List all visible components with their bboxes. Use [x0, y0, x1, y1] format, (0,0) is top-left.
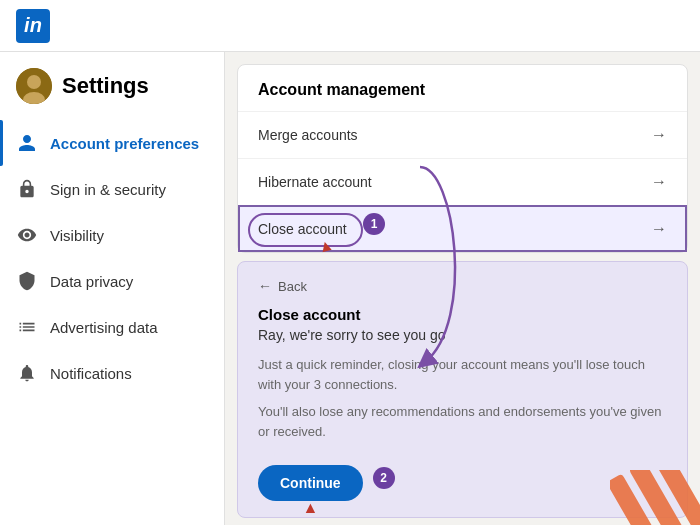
back-arrow-icon: ←: [258, 278, 272, 294]
sidebar-item-notifications[interactable]: Notifications: [0, 350, 224, 396]
main-layout: Settings Account preferences Sign in & s…: [0, 52, 700, 525]
eye-icon: [16, 224, 38, 246]
person-icon: [16, 132, 38, 154]
back-label: Back: [278, 279, 307, 294]
sidebar-item-label: Advertising data: [50, 319, 158, 336]
arrow-right-icon: →: [651, 126, 667, 144]
cursor-icon-1: ▲: [316, 235, 336, 256]
linkedin-logo[interactable]: in: [16, 9, 50, 43]
settings-title: Settings: [62, 73, 149, 99]
avatar: [16, 68, 52, 104]
shield-icon: [16, 270, 38, 292]
close-account-annotation: Close account 1 ▲: [258, 221, 347, 237]
close-account-desc2: You'll also lose any recommendations and…: [258, 402, 667, 441]
annotation-badge-2: 2: [373, 467, 395, 489]
close-account-detail-panel: ← Back Close account Ray, we're sorry to…: [237, 261, 688, 518]
sidebar-item-account-preferences[interactable]: Account preferences: [0, 120, 224, 166]
merge-accounts-label: Merge accounts: [258, 127, 358, 143]
panel-title: Account management: [238, 65, 687, 111]
settings-header: Settings: [0, 68, 224, 120]
annotation-badge-1: 1: [363, 213, 385, 235]
sidebar-item-sign-in-security[interactable]: Sign in & security: [0, 166, 224, 212]
hibernate-account-item[interactable]: Hibernate account →: [238, 158, 687, 205]
arrow-right-icon: →: [651, 173, 667, 191]
back-link[interactable]: ← Back: [258, 278, 667, 294]
close-account-item[interactable]: Close account 1 ▲ →: [238, 205, 687, 252]
close-account-subheading: Ray, we're sorry to see you go: [258, 327, 667, 343]
top-bar: in: [0, 0, 700, 52]
sidebar-item-label: Sign in & security: [50, 181, 166, 198]
sidebar-item-label: Data privacy: [50, 273, 133, 290]
continue-btn-wrapper: Continue 2 ▲: [258, 455, 363, 501]
close-account-heading: Close account: [258, 306, 667, 323]
cursor-icon-2: ▲: [302, 499, 318, 517]
sidebar-item-label: Visibility: [50, 227, 104, 244]
continue-button[interactable]: Continue: [258, 465, 363, 501]
sidebar: Settings Account preferences Sign in & s…: [0, 52, 225, 525]
arrow-right-icon: →: [651, 220, 667, 238]
content-area: Account management Merge accounts → Hibe…: [225, 52, 700, 525]
account-management-panel: Account management Merge accounts → Hibe…: [237, 64, 688, 253]
list-icon: [16, 316, 38, 338]
close-account-label: Close account: [258, 221, 347, 237]
bell-icon: [16, 362, 38, 384]
lock-icon: [16, 178, 38, 200]
sidebar-item-label: Notifications: [50, 365, 132, 382]
sidebar-item-visibility[interactable]: Visibility: [0, 212, 224, 258]
sidebar-item-advertising-data[interactable]: Advertising data: [0, 304, 224, 350]
sidebar-item-data-privacy[interactable]: Data privacy: [0, 258, 224, 304]
close-account-desc1: Just a quick reminder, closing your acco…: [258, 355, 667, 394]
hibernate-account-label: Hibernate account: [258, 174, 372, 190]
svg-point-1: [27, 75, 41, 89]
sidebar-item-label: Account preferences: [50, 135, 199, 152]
merge-accounts-item[interactable]: Merge accounts →: [238, 111, 687, 158]
